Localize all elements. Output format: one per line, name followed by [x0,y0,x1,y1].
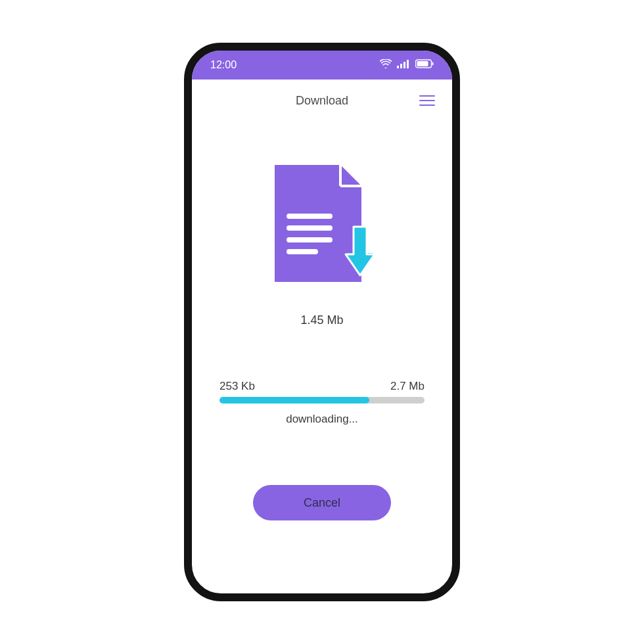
svg-rect-12 [287,249,318,254]
svg-rect-11 [287,237,333,242]
signal-icon [397,59,410,71]
svg-rect-3 [407,60,409,68]
svg-rect-6 [432,62,434,66]
svg-rect-2 [403,62,405,68]
svg-rect-5 [417,61,428,66]
status-icons [380,59,434,71]
battery-icon [415,59,434,71]
main-content: 1.45 Mb 253 Kb 2.7 Mb downloading... Can… [192,122,452,520]
total-amount: 2.7 Mb [390,380,425,393]
download-status-text: downloading... [219,413,425,426]
file-size-label: 1.45 Mb [300,313,343,327]
wifi-icon [380,59,392,71]
svg-rect-1 [400,64,402,68]
progress-section: 253 Kb 2.7 Mb downloading... [214,380,430,426]
svg-rect-0 [397,66,399,68]
file-download-icon [263,161,381,295]
hamburger-menu-icon[interactable] [419,95,435,106]
page-title: Download [296,94,348,108]
cancel-button-label: Cancel [304,496,340,509]
progress-fill [219,397,369,403]
status-bar: 12:00 [192,51,452,80]
app-header: Download [192,80,452,122]
svg-rect-10 [287,225,333,231]
downloaded-amount: 253 Kb [219,380,255,393]
phone-frame: 12:00 [184,43,460,601]
svg-rect-9 [287,214,333,219]
cancel-button[interactable]: Cancel [253,485,391,520]
status-time: 12:00 [210,59,237,71]
progress-bar [219,397,425,403]
